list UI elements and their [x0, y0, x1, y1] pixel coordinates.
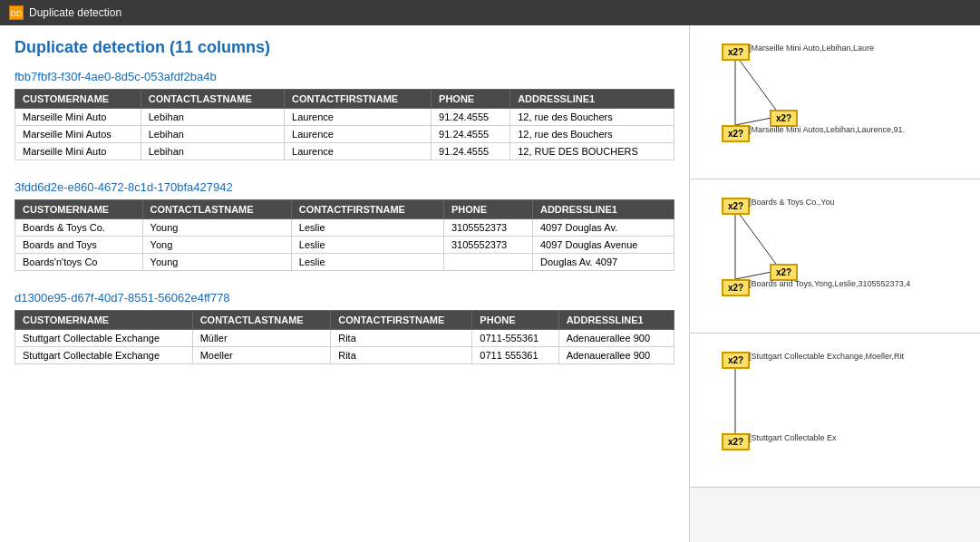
table-header-cell: CUSTOMERNAME [15, 200, 143, 219]
table-cell: Stuttgart Collectable Exchange [15, 330, 193, 347]
group-id-2[interactable]: d1300e95-d67f-40d7-8551-56062e4ff778 [15, 291, 674, 305]
table-row[interactable]: Boards'n'toys CoYoungLeslieDouglas Av. 4… [15, 254, 674, 271]
table-header-cell: CONTACTFIRSTNAME [291, 200, 443, 219]
table-cell: Marseille Mini Auto [15, 109, 141, 126]
table-cell: 91.24.4555 [432, 126, 510, 143]
group-id-1[interactable]: 3fdd6d2e-e860-4672-8c1d-170bfa427942 [15, 180, 674, 194]
main-container: Duplicate detection (11 columns) fbb7fbf… [0, 25, 980, 542]
graph-node-2-1[interactable]: x2? [722, 433, 750, 450]
table-cell: Boards & Toys Co. [15, 219, 143, 237]
table-header-cell: CUSTOMERNAME [15, 311, 193, 330]
table-header-cell: PHONE [443, 200, 532, 219]
table-cell: Douglas Av. 4097 [532, 254, 674, 271]
table-row[interactable]: Stuttgart Collectable ExchangeMoellerRit… [15, 347, 674, 364]
table-row[interactable]: Marseille Mini AutoLebihanLaurence91.24.… [15, 143, 674, 160]
table-cell: 0711 555361 [472, 347, 558, 364]
graph-section-2: x2?x2?[Stuttgart Collectable Exchange,Mo… [690, 334, 980, 488]
table-row[interactable]: Boards and ToysYongLeslie31055523734097 … [15, 237, 674, 254]
table-cell: Lebihan [141, 109, 284, 126]
table-cell: Boards'n'toys Co [15, 254, 143, 271]
table-cell [443, 254, 532, 271]
titlebar: DD Duplicate detection [0, 0, 980, 25]
group-id-0[interactable]: fbb7fbf3-f30f-4ae0-8d5c-053afdf2ba4b [15, 70, 674, 83]
table-header-cell: CONTACTLASTNAME [192, 311, 331, 330]
graph-node-1-1[interactable]: x2? [722, 279, 750, 296]
table-cell: Rita [331, 347, 472, 364]
table-cell: Laurence [285, 109, 432, 126]
table-cell: 12, rue des Bouchers [510, 126, 674, 143]
table-cell: Marseille Mini Auto [15, 143, 141, 160]
table-cell: 12, RUE DES BOUCHERS [510, 143, 674, 160]
table-cell: Moeller [192, 347, 331, 364]
graph-node-0-1[interactable]: x2? [722, 125, 750, 142]
table-header-cell: ADDRESSLINE1 [532, 200, 674, 219]
table-header-cell: CONTACTFIRSTNAME [331, 311, 472, 330]
table-cell: Lebihan [141, 126, 284, 143]
table-cell: 4097 Douglas Avenue [532, 237, 674, 254]
table-header-cell: PHONE [472, 311, 558, 330]
table-cell: Adenauerallee 900 [558, 330, 674, 347]
table-cell: 3105552373 [443, 219, 532, 237]
table-cell: Marseille Mini Autos [15, 126, 141, 143]
table-header-cell: CONTACTLASTNAME [142, 200, 291, 219]
right-panel: x2?x2?x2?[Marseille Mini Auto,Lebihan,La… [689, 25, 980, 542]
svg-line-1 [735, 54, 781, 116]
app-icon: DD [9, 5, 24, 20]
table-cell: Adenauerallee 900 [558, 347, 674, 364]
table-cell: Rita [331, 330, 472, 347]
table-header-cell: CONTACTFIRSTNAME [285, 90, 432, 109]
table-cell: Boards and Toys [15, 237, 143, 254]
group-section-1: 3fdd6d2e-e860-4672-8c1d-170bfa427942CUST… [15, 180, 674, 271]
table-cell: Müller [192, 330, 331, 347]
table-cell: 0711-555361 [472, 330, 558, 347]
graph-label-1-1: [Boards and Toys,Yong,Leslie,3105552373,… [749, 279, 910, 288]
graph-node-0-0[interactable]: x2? [722, 44, 750, 61]
group-section-0: fbb7fbf3-f30f-4ae0-8d5c-053afdf2ba4bCUST… [15, 70, 674, 160]
table-header-cell: CONTACTLASTNAME [141, 90, 284, 109]
table-cell: Young [142, 219, 291, 237]
group-table-1: CUSTOMERNAMECONTACTLASTNAMECONTACTFIRSTN… [15, 199, 674, 271]
graph-label-1-0: [Boards & Toys Co.,You [749, 198, 835, 207]
left-panel: Duplicate detection (11 columns) fbb7fbf… [0, 25, 689, 542]
graph-node-1-0[interactable]: x2? [722, 198, 750, 215]
table-cell: 3105552373 [443, 237, 532, 254]
table-header-cell: ADDRESSLINE1 [510, 90, 674, 109]
table-cell: Leslie [291, 219, 443, 237]
svg-line-4 [735, 208, 781, 270]
table-cell: 12, rue des Bouchers [510, 109, 674, 126]
table-row[interactable]: Stuttgart Collectable ExchangeMüllerRita… [15, 330, 674, 347]
table-cell: Leslie [291, 254, 443, 271]
graph-node-2-0[interactable]: x2? [722, 352, 750, 369]
table-row[interactable]: Boards & Toys Co.YoungLeslie310555237340… [15, 219, 674, 237]
table-cell: Stuttgart Collectable Exchange [15, 347, 193, 364]
table-cell: Laurence [285, 126, 432, 143]
table-cell: Leslie [291, 237, 443, 254]
table-cell: 4097 Douglas Av. [532, 219, 674, 237]
group-table-2: CUSTOMERNAMECONTACTLASTNAMECONTACTFIRSTN… [15, 310, 674, 364]
graph-label-0-1: [Marseille Mini Autos,Lebihan,Laurence,9… [749, 125, 905, 134]
table-cell: 91.24.4555 [432, 143, 510, 160]
graph-label-0-0: [Marseille Mini Auto,Lebihan,Laure [749, 44, 874, 53]
titlebar-title: Duplicate detection [29, 6, 121, 19]
graph-section-0: x2?x2?x2?[Marseille Mini Auto,Lebihan,La… [690, 25, 980, 179]
graph-section-1: x2?x2?x2?[Boards & Toys Co.,You[Boards a… [690, 179, 980, 334]
table-header-cell: PHONE [432, 90, 510, 109]
graph-label-2-1: [Stuttgart Collectable Ex [749, 433, 837, 442]
page-title: Duplicate detection (11 columns) [15, 38, 674, 57]
table-header-cell: ADDRESSLINE1 [558, 311, 674, 330]
group-section-2: d1300e95-d67f-40d7-8551-56062e4ff778CUST… [15, 291, 674, 364]
table-header-cell: CUSTOMERNAME [15, 90, 141, 109]
table-cell: Young [142, 254, 291, 271]
table-cell: Yong [142, 237, 291, 254]
groups-container: fbb7fbf3-f30f-4ae0-8d5c-053afdf2ba4bCUST… [15, 70, 674, 364]
group-table-0: CUSTOMERNAMECONTACTLASTNAMECONTACTFIRSTN… [15, 89, 674, 160]
table-cell: Laurence [285, 143, 432, 160]
table-cell: Lebihan [141, 143, 284, 160]
table-row[interactable]: Marseille Mini AutoLebihanLaurence91.24.… [15, 109, 674, 126]
table-cell: 91.24.4555 [432, 109, 510, 126]
table-row[interactable]: Marseille Mini AutosLebihanLaurence91.24… [15, 126, 674, 143]
graph-label-2-0: [Stuttgart Collectable Exchange,Moeller,… [749, 352, 904, 361]
